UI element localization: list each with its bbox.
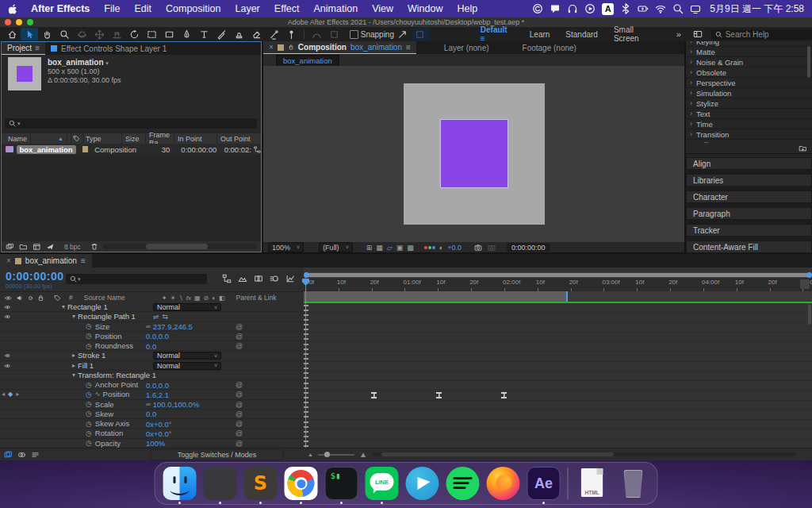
workspace-small-screen[interactable]: Small Screen	[606, 25, 668, 43]
layer-switches-header[interactable]: ✦☀∖fx▦⊘◐◧	[162, 294, 225, 302]
timeline-navigator[interactable]	[304, 272, 812, 278]
stopwatch-icon[interactable]: ◷	[86, 322, 92, 330]
row-label[interactable]: Rectangle Path 1	[78, 312, 136, 321]
panel-tab-content-aware-fill[interactable]: Content-Aware Fill	[686, 241, 812, 253]
puppet-pin-tool[interactable]	[282, 28, 300, 40]
menu-item-edit[interactable]: Edit	[127, 3, 159, 14]
row-label[interactable]: Roundness	[95, 341, 133, 350]
track-row[interactable]	[304, 381, 812, 391]
channel-icon[interactable]	[424, 246, 435, 249]
tab-layer[interactable]: Layer (none)	[439, 41, 495, 54]
eraser-tool[interactable]	[247, 28, 265, 40]
menu-item-composition[interactable]: Composition	[159, 3, 228, 14]
dock-app-telegram[interactable]	[406, 467, 439, 500]
panel-tab-paragraph[interactable]: Paragraph	[686, 207, 812, 220]
quality-icon[interactable]: ∖	[179, 294, 183, 302]
display-icon[interactable]	[690, 3, 701, 14]
camera-tool[interactable]	[143, 28, 160, 40]
navigator-handle-left[interactable]	[304, 272, 309, 278]
video-column-icon[interactable]	[4, 294, 13, 302]
tab-project[interactable]: Project≡	[2, 42, 45, 55]
track-row[interactable]	[304, 429, 812, 439]
hand-tool[interactable]	[38, 28, 56, 40]
ruler-icon[interactable]: ▦	[376, 244, 383, 252]
close-tab-icon[interactable]: ×	[6, 256, 11, 265]
row-label-area[interactable]: ◷Size	[86, 322, 109, 331]
number-column[interactable]: #	[69, 294, 73, 302]
workspace-overflow[interactable]: »	[668, 29, 689, 39]
row-label-area[interactable]: ▾Rectangle Path 1	[72, 312, 136, 321]
interpret-footage-icon[interactable]	[6, 243, 14, 251]
row-label[interactable]: Fill 1	[78, 361, 94, 370]
property-value[interactable]: 1.6,2.1	[146, 391, 169, 399]
menu-item-animation[interactable]: Animation	[307, 3, 366, 14]
snapping-checkbox[interactable]	[350, 30, 358, 39]
close-tab-icon[interactable]: ×	[269, 43, 274, 52]
track-row[interactable]	[304, 352, 812, 361]
apple-menu-icon[interactable]	[0, 3, 21, 14]
work-area-bar[interactable]	[304, 291, 568, 302]
effects-category-keying[interactable]: ›Keying	[686, 41, 812, 47]
search-help-field[interactable]: Search Help	[711, 29, 812, 40]
track-row[interactable]	[304, 323, 812, 333]
path-direction-icons[interactable]: ⇌⇆	[153, 313, 168, 321]
pen-tool[interactable]	[178, 28, 195, 40]
row-label-area[interactable]: ◷Opacity	[86, 439, 121, 448]
threed-icon[interactable]: ◧	[219, 294, 225, 302]
stopwatch-icon[interactable]: ◷	[86, 420, 92, 428]
track-row[interactable]	[304, 333, 812, 342]
timeline-row-rectangle-1[interactable]: ▾Rectangle 1Normal˅	[0, 302, 304, 312]
keyframe-at-current-time-icon[interactable]: ◆	[8, 391, 13, 398]
composition-canvas[interactable]	[404, 83, 545, 225]
row-label-area[interactable]: ▾Transform: Rectangle 1	[72, 371, 156, 379]
track-row[interactable]	[304, 410, 812, 420]
zoom-in-mountain-icon[interactable]: ▲	[359, 450, 367, 459]
shy-icon[interactable]: ✦	[162, 294, 167, 302]
panel-tab-align[interactable]: Align	[686, 157, 812, 170]
blend-mode-dropdown[interactable]: Normal˅	[153, 352, 221, 360]
track-row[interactable]	[304, 420, 812, 429]
keyframe-icon[interactable]	[436, 392, 442, 398]
timeline-row-size[interactable]: ◷Size∞237.9,246.5@	[0, 322, 304, 332]
menu-item-window[interactable]: Window	[400, 3, 450, 14]
frame-blend-icon[interactable]: ▦	[194, 294, 201, 302]
new-composition-icon[interactable]	[33, 243, 41, 251]
current-timecode[interactable]: 0:00:00:00	[6, 270, 64, 283]
twirl-icon[interactable]: ▸	[72, 362, 75, 369]
snap-options-icon[interactable]	[412, 28, 429, 40]
pick-whip-icon[interactable]: @	[236, 333, 243, 341]
workspace-standard[interactable]: Standard	[557, 30, 606, 39]
work-area-track[interactable]	[304, 291, 812, 302]
property-value[interactable]: 0.0,0.0	[146, 332, 169, 341]
panel-menu-icon[interactable]: ≡	[35, 44, 40, 52]
clone-stamp-tool[interactable]	[230, 28, 247, 40]
mask-visibility-icon[interactable]: ▱	[387, 244, 393, 252]
effects-category-matte[interactable]: ›Matte	[686, 47, 812, 57]
effects-category-transition[interactable]: ›Transition	[686, 129, 812, 140]
frame-blending-icon[interactable]	[254, 274, 263, 283]
adjustment-icon[interactable]: ◐	[212, 294, 216, 302]
panel-tab-tracker[interactable]: Tracker	[686, 224, 812, 237]
project-settings-icon[interactable]	[46, 243, 55, 251]
timeline-row-stroke-1[interactable]: ▸Stroke 1Normal˅	[0, 351, 304, 360]
effects-category-stylize[interactable]: ›Stylize	[686, 98, 812, 109]
row-label[interactable]: Opacity	[95, 439, 121, 448]
source-name-column[interactable]: Source Name	[84, 294, 125, 302]
dock-app-spotify[interactable]	[446, 467, 480, 500]
timeline-row-rotation[interactable]: ◷Rotation0x+0.0°@	[0, 429, 304, 438]
effects-category-noise-grain[interactable]: ›Noise & Grain	[686, 57, 812, 67]
stopwatch-icon[interactable]: ◷	[86, 381, 92, 389]
effects-category-simulation[interactable]: ›Simulation	[686, 88, 812, 98]
pick-whip-icon[interactable]: @	[236, 429, 243, 437]
pick-whip-icon[interactable]: @	[236, 410, 243, 418]
row-label-area[interactable]: ◷∿Position	[86, 390, 129, 398]
row-label-area[interactable]: ◷Skew Axis	[86, 419, 129, 428]
rectangle-tool[interactable]	[160, 28, 178, 40]
bluetooth-icon[interactable]	[620, 3, 631, 14]
row-label-area[interactable]: ◷Position	[86, 332, 122, 341]
panel-menu-icon[interactable]: ≡	[406, 43, 411, 52]
choose-grid-icon[interactable]: ⊞	[366, 244, 373, 252]
stopwatch-icon[interactable]: ◷	[86, 410, 92, 418]
timeline-row-scale[interactable]: ◷Scale∞100.0,100.0%@	[0, 400, 304, 410]
wifi-icon[interactable]	[655, 3, 666, 14]
